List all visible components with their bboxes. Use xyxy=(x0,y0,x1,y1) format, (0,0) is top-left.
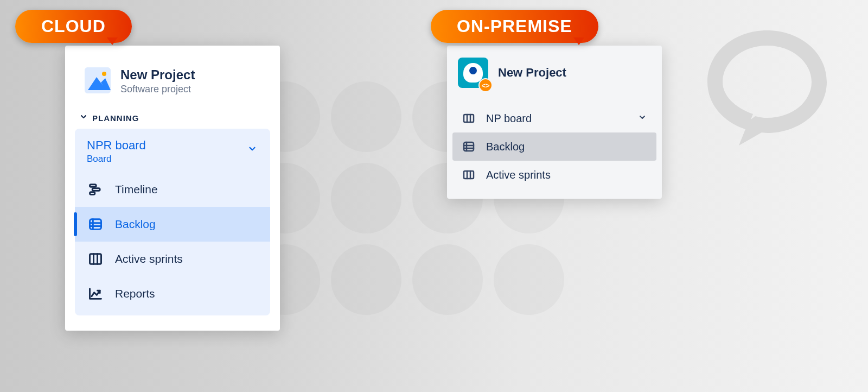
backlog-icon xyxy=(462,140,475,153)
nav-group: NPR board Board Timeline xyxy=(75,129,270,315)
backlog-icon xyxy=(88,217,103,232)
project-avatar xyxy=(85,67,111,93)
svg-rect-13 xyxy=(464,115,474,122)
project-title: New Project xyxy=(498,66,566,80)
chevron-down-icon xyxy=(79,112,88,123)
svg-point-2 xyxy=(102,72,106,76)
board-icon xyxy=(88,251,103,267)
sidebar-item-timeline[interactable]: Timeline xyxy=(75,172,270,207)
sidebar-item-label: Active sprints xyxy=(115,252,183,265)
board-name: NP board xyxy=(486,112,532,125)
board-icon xyxy=(462,112,475,125)
sidebar-item-label: Active sprints xyxy=(486,169,551,181)
onprem-badge: ON-PREMISE xyxy=(431,10,598,43)
project-title: New Project xyxy=(120,67,195,83)
project-header: New Project Software project xyxy=(75,67,270,95)
board-icon xyxy=(462,168,475,181)
sidebar-item-reports[interactable]: Reports xyxy=(75,276,270,311)
onprem-badge-label: ON-PREMISE xyxy=(457,16,572,36)
sidebar-item-label: Timeline xyxy=(115,183,158,196)
planning-section-label: PLANNING xyxy=(92,113,139,123)
project-header: <> New Project xyxy=(452,53,656,104)
svg-rect-20 xyxy=(464,171,474,179)
code-badge-icon: <> xyxy=(478,78,493,92)
svg-rect-4 xyxy=(92,188,100,191)
sidebar-item-label: Backlog xyxy=(486,141,525,153)
project-avatar: <> xyxy=(458,58,488,88)
board-selector[interactable]: NPR board Board xyxy=(75,132,270,172)
svg-rect-16 xyxy=(464,142,474,151)
timeline-icon xyxy=(88,182,103,197)
sidebar-item-backlog[interactable]: Backlog xyxy=(452,132,656,161)
svg-rect-3 xyxy=(90,185,97,187)
cloud-sidebar-panel: New Project Software project PLANNING NP… xyxy=(65,46,280,331)
board-selector[interactable]: NP board xyxy=(452,104,656,132)
sidebar-item-label: Backlog xyxy=(115,218,156,231)
project-subtitle: Software project xyxy=(120,84,195,95)
chevron-down-icon xyxy=(638,113,647,124)
board-name: NPR board xyxy=(87,138,258,153)
sidebar-item-backlog[interactable]: Backlog xyxy=(75,207,270,242)
svg-rect-5 xyxy=(90,192,95,195)
svg-rect-10 xyxy=(90,254,101,264)
cloud-badge-label: CLOUD xyxy=(41,16,106,36)
chat-bubble-icon xyxy=(697,20,838,150)
chevron-down-icon xyxy=(247,144,257,156)
board-sub-label: Board xyxy=(87,154,258,165)
planning-section-header[interactable]: PLANNING xyxy=(75,112,270,123)
onprem-sidebar-panel: <> New Project NP board Backlog xyxy=(447,46,662,199)
sidebar-item-active-sprints[interactable]: Active sprints xyxy=(75,242,270,276)
svg-rect-6 xyxy=(90,219,101,230)
reports-icon xyxy=(88,286,103,301)
cloud-badge: CLOUD xyxy=(15,10,132,43)
sidebar-item-active-sprints[interactable]: Active sprints xyxy=(452,161,656,189)
sidebar-item-label: Reports xyxy=(115,287,155,300)
